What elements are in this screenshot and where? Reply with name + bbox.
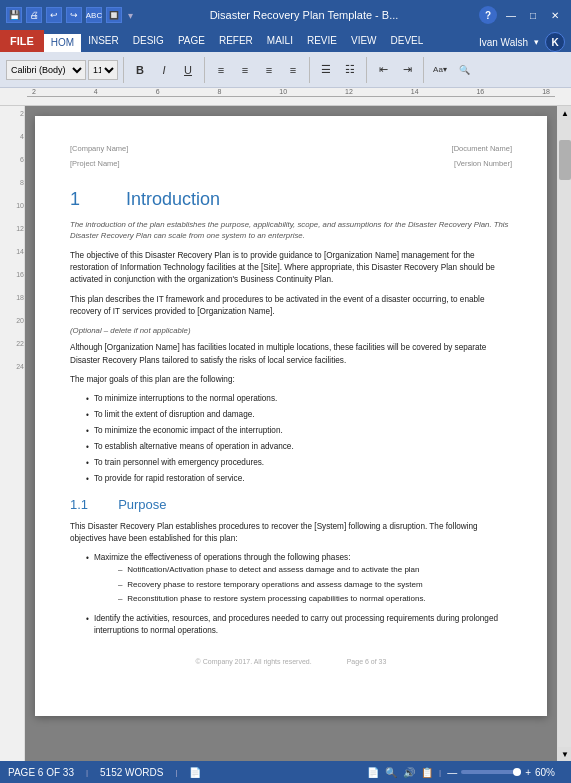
ruler-mark-12: 12 (345, 88, 353, 95)
save-icon[interactable]: 💾 (6, 7, 22, 23)
bullet-text-6: To provide for rapid restoration of serv… (94, 473, 245, 486)
section-1-1-bullet-list: • Maximize the effectiveness of operatio… (86, 552, 512, 636)
user-avatar[interactable]: K (545, 32, 565, 52)
underline-button[interactable]: U (177, 59, 199, 81)
doc-icon[interactable]: 📄 (189, 767, 201, 778)
status-right: 📄 🔍 🔊 📋 | — + 60% (367, 767, 563, 778)
section-1-1-dot-2: • (86, 614, 89, 637)
zoom-thumb[interactable] (513, 768, 521, 776)
scroll-down-button[interactable]: ▼ (558, 747, 571, 761)
indent-less-button[interactable]: ⇤ (372, 59, 394, 81)
margin-num-6: 6 (0, 156, 24, 163)
bullet-list-button[interactable]: ☰ (315, 59, 337, 81)
bullet-text-3: To minimize the economic impact of the i… (94, 425, 283, 438)
scroll-track[interactable] (558, 120, 571, 747)
tab-insert[interactable]: INSER (81, 32, 126, 52)
section-1-para1: The objective of this Disaster Recovery … (70, 250, 512, 287)
font-family-select[interactable]: Calibri (Body) (6, 60, 86, 80)
bullet-text-2: To limit the extent of disruption and da… (94, 409, 255, 422)
ruler-mark-4: 4 (94, 88, 98, 95)
tab-design[interactable]: DESIG (126, 32, 171, 52)
page-content[interactable]: [Company Name] [Document Name] [Project … (25, 106, 557, 761)
ruler-mark-16: 16 (476, 88, 484, 95)
margin-num-16: 16 (0, 271, 24, 278)
section-1-italic-intro: The introduction of the plan establishes… (70, 220, 512, 242)
align-right-button[interactable]: ≡ (258, 59, 280, 81)
justify-button[interactable]: ≡ (282, 59, 304, 81)
ruler-mark-14: 14 (411, 88, 419, 95)
user-dropdown-icon[interactable]: ▾ (534, 37, 539, 47)
ruler-mark-10: 10 (279, 88, 287, 95)
redo-icon[interactable]: ↪ (66, 7, 82, 23)
tab-mailings[interactable]: MAILI (260, 32, 300, 52)
page-footer: © Company 2017. All rights reserved. Pag… (70, 657, 512, 667)
section-1-title: 1 Introduction (70, 186, 512, 212)
ruler-mark-8: 8 (217, 88, 221, 95)
maximize-button[interactable]: □ (523, 6, 543, 24)
sub-bullet-2: – Recovery phase to restore temporary op… (118, 579, 426, 591)
font-size-select[interactable]: 11 (88, 60, 118, 80)
sub-bullet-list: – Notification/Activation phase to detec… (118, 564, 426, 605)
doc-header-sub: [Project Name] [Version Number] (70, 159, 512, 170)
italic-button[interactable]: I (153, 59, 175, 81)
section-1-1-para1: This Disaster Recovery Plan establishes … (70, 521, 512, 546)
scroll-thumb[interactable] (559, 140, 571, 180)
view-icon-3[interactable]: 🔊 (403, 767, 415, 778)
minimize-button[interactable]: — (501, 6, 521, 24)
company-name-field: [Company Name] (70, 144, 128, 155)
zoom-in-button[interactable]: + (525, 767, 531, 778)
sub-dash-1: – (118, 564, 122, 576)
tab-page[interactable]: PAGE (171, 32, 212, 52)
project-name-field: [Project Name] (70, 159, 120, 170)
status-bar: PAGE 6 OF 33 | 5152 WORDS | 📄 📄 🔍 🔊 📋 | … (0, 761, 571, 783)
tab-home[interactable]: HOM (44, 32, 81, 52)
align-left-button[interactable]: ≡ (210, 59, 232, 81)
view-icon-1[interactable]: 📄 (367, 767, 379, 778)
bold-button[interactable]: B (129, 59, 151, 81)
bullet-text-4: To establish alternative means of operat… (94, 441, 294, 454)
bullet-item-5: • To train personnel with emergency proc… (86, 457, 512, 470)
bullet-dot-2: • (86, 410, 89, 422)
indent-more-button[interactable]: ⇥ (396, 59, 418, 81)
bullet-text-1: To minimize interruptions to the normal … (94, 393, 277, 406)
numbered-list-button[interactable]: ☷ (339, 59, 361, 81)
help-button[interactable]: ? (479, 6, 497, 24)
page-number-footer: Page 6 of 33 (347, 658, 387, 665)
print-icon[interactable]: 🖨 (26, 7, 42, 23)
styles-button[interactable]: Aa▾ (429, 59, 451, 81)
optional-label: (Optional – delete if not applicable) (70, 325, 512, 336)
section-1-1-number: 1.1 (70, 497, 88, 512)
scrollbar[interactable]: ▲ ▼ (557, 106, 571, 761)
spell-icon[interactable]: ABC (86, 7, 102, 23)
file-tab[interactable]: FILE (0, 30, 44, 52)
view-icon-2[interactable]: 🔍 (385, 767, 397, 778)
format-icon[interactable]: 🔲 (106, 7, 122, 23)
status-divider-3: | (439, 768, 441, 777)
section-1-para3: Although [Organization Name] has facilit… (70, 342, 512, 367)
close-button[interactable]: ✕ (545, 6, 565, 24)
sub-dash-3: – (118, 593, 122, 605)
view-icon-4[interactable]: 📋 (421, 767, 433, 778)
section-1-1-title: 1.1 Purpose (70, 496, 512, 515)
tab-references[interactable]: REFER (212, 32, 260, 52)
zoom-out-button[interactable]: — (447, 767, 457, 778)
tab-review[interactable]: REVIE (300, 32, 344, 52)
margin-num-24: 24 (0, 363, 24, 370)
page-count: PAGE 6 OF 33 (8, 767, 74, 778)
bullet-dot-6: • (86, 474, 89, 486)
tab-view[interactable]: VIEW (344, 32, 384, 52)
align-center-button[interactable]: ≡ (234, 59, 256, 81)
ruler-mark-6: 6 (156, 88, 160, 95)
bullet-item-4: • To establish alternative means of oper… (86, 441, 512, 454)
section-1-para2: This plan describes the IT framework and… (70, 294, 512, 319)
bullet-item-2: • To limit the extent of disruption and … (86, 409, 512, 422)
bullet-dot-1: • (86, 394, 89, 406)
scroll-up-button[interactable]: ▲ (558, 106, 571, 120)
doc-header-top: [Company Name] [Document Name] (70, 144, 512, 155)
tab-developer[interactable]: DEVEL (384, 32, 431, 52)
section-1-number: 1 (70, 189, 80, 209)
undo-icon[interactable]: ↩ (46, 7, 62, 23)
zoom-slider[interactable] (461, 770, 521, 774)
margin-num-14: 14 (0, 248, 24, 255)
find-button[interactable]: 🔍 (453, 59, 475, 81)
